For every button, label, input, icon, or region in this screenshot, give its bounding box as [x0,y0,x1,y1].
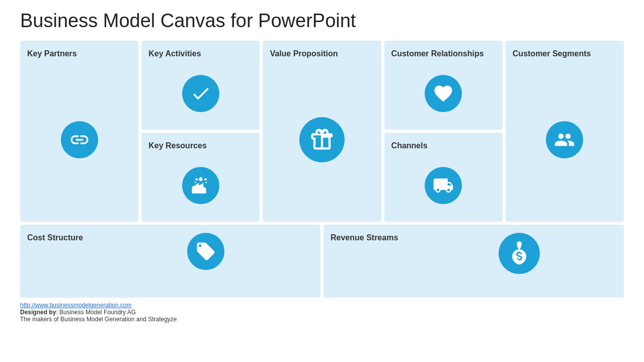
activities-resources-column: Key Activities Key Resources [141,41,260,222]
key-activities-cell: Key Activities [141,41,260,130]
canvas-grid: Key Partners Key Activities [20,41,624,298]
heart-icon [433,83,454,104]
revenue-streams-icon-circle [499,233,540,274]
value-proposition-icon-circle [299,117,345,162]
key-resources-label: Key Resources [148,141,207,150]
customer-relationships-cell: Customer Relationships [384,41,503,130]
cost-structure-cell: Cost Structure [20,225,320,298]
customer-segments-icon-wrapper [513,62,617,217]
key-resources-icon-circle [182,167,219,204]
link-icon [69,129,90,150]
key-resources-cell: Key Resources [141,133,260,222]
revenue-streams-cell: Revenue Streams [324,225,624,298]
value-proposition-icon-wrapper [270,62,374,217]
channels-label: Channels [391,141,428,150]
cost-structure-icon-circle [187,233,224,270]
group-icon [554,129,575,150]
relationships-channels-column: Customer Relationships Channels [384,41,503,222]
tag-icon [195,241,216,262]
money-bag-icon [507,241,531,265]
top-row: Key Partners Key Activities [20,41,624,222]
factory-icon [190,175,211,196]
checkmark-icon [190,83,211,104]
gift-icon [309,127,335,153]
key-partners-label: Key Partners [27,49,77,58]
revenue-streams-icon-wrapper [421,233,617,274]
value-proposition-cell: Value Proposition [263,41,381,222]
key-activities-icon-circle [182,75,219,112]
footer: http://www.businessmodelgeneration.com D… [20,302,624,323]
key-activities-icon-wrapper [148,62,253,125]
channels-cell: Channels [384,133,503,222]
cost-structure-icon-wrapper [98,233,313,270]
channels-icon-wrapper [391,154,496,217]
svg-point-1 [200,177,202,179]
footer-tagline: The makers of Business Model Generation … [20,316,177,323]
channels-icon-circle [425,167,462,204]
value-proposition-label: Value Proposition [270,49,338,58]
svg-point-2 [204,178,206,180]
key-activities-label: Key Activities [148,49,201,58]
customer-relationships-label: Customer Relationships [391,49,484,58]
page-title: Business Model Canvas for PowerPoint [20,10,624,32]
key-partners-cell: Key Partners [20,41,138,222]
key-partners-icon-circle [61,121,98,158]
bottom-row: Cost Structure Revenue Streams [20,225,624,298]
customer-relationships-icon-circle [425,75,462,112]
customer-segments-cell: Customer Segments [506,41,624,222]
revenue-streams-label: Revenue Streams [331,233,411,242]
key-partners-icon-wrapper [27,62,131,217]
cost-structure-label: Cost Structure [27,233,88,242]
key-resources-icon-wrapper [148,154,253,217]
truck-icon [433,175,454,196]
footer-designed-by: Designed by: Business Model Foundry AG [20,309,136,316]
customer-segments-label: Customer Segments [513,49,591,58]
customer-relationships-icon-wrapper [391,62,496,125]
footer-url[interactable]: http://www.businessmodelgeneration.com [20,302,131,309]
customer-segments-icon-circle [546,121,583,158]
svg-point-0 [195,178,197,180]
